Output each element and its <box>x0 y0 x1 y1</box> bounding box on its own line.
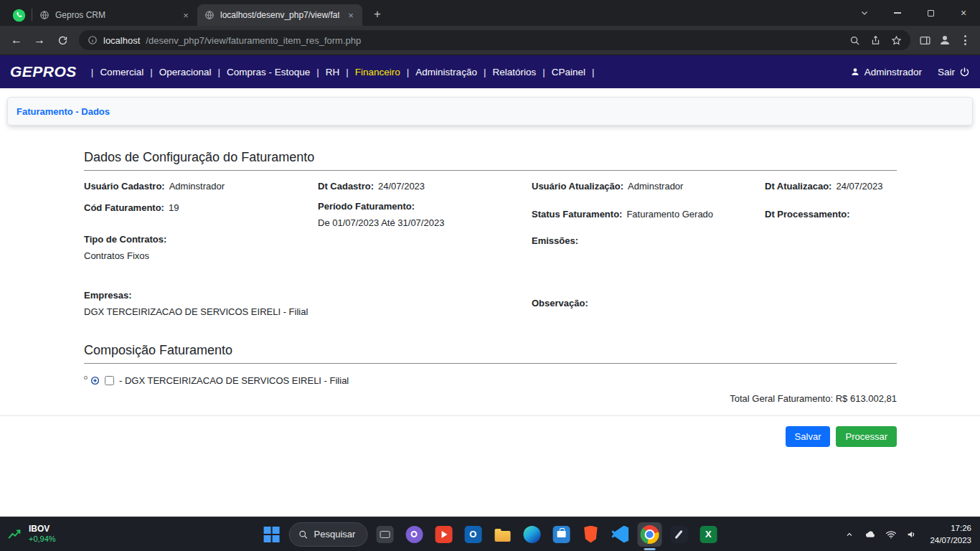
field-value: Adminstrador <box>169 181 225 192</box>
menu-item-compras-estoque[interactable]: Compras - Estoque <box>227 67 310 77</box>
desktop-app-icon[interactable] <box>372 522 397 547</box>
composition-tree-item: - DGX TERCEIRIZACAO DE SERVICOS EIRELI -… <box>84 375 897 386</box>
minimize-button[interactable] <box>881 0 914 26</box>
taskbar-clock[interactable]: 17:26 24/07/2023 <box>930 522 976 545</box>
ticker-change: +0,94% <box>29 534 56 545</box>
excel-icon[interactable]: X <box>696 522 720 547</box>
media-app-icon[interactable] <box>431 522 456 547</box>
window-controls: × <box>848 0 980 26</box>
pinned-tab-whatsapp[interactable] <box>6 4 32 26</box>
menu-item-rh[interactable]: RH <box>326 67 340 77</box>
site-info-icon[interactable] <box>88 35 98 45</box>
chrome-logo-icon <box>640 525 659 544</box>
zoom-indicator-icon[interactable] <box>849 35 860 46</box>
vscode-icon[interactable] <box>608 522 632 547</box>
whatsapp-icon <box>12 9 26 22</box>
bookmark-star-icon[interactable] <box>891 35 902 46</box>
toolbar-right <box>916 34 974 47</box>
actions-area: Salvar Processar <box>0 426 980 447</box>
field-label: Emissões: <box>532 235 578 246</box>
microsoft-store-icon[interactable] <box>549 522 573 547</box>
field-label: Dt Cadastro: <box>318 181 374 192</box>
expand-plus-icon[interactable] <box>90 376 100 385</box>
edge-logo-icon <box>523 526 540 543</box>
chrome-icon[interactable] <box>637 522 661 547</box>
maximize-button[interactable] <box>914 0 947 26</box>
tray-chevron-up-icon[interactable] <box>841 523 858 546</box>
page-content: Dados de Configuração do Faturamento Usu… <box>0 150 980 404</box>
pen-icon <box>670 526 687 543</box>
field-label: Status Faturamento: <box>532 209 622 220</box>
file-explorer-icon[interactable] <box>490 522 514 547</box>
breadcrumb-link[interactable]: Faturamento - Dados <box>17 106 110 117</box>
onedrive-cloud-icon[interactable] <box>862 523 879 546</box>
tab-title: localhost/desenv_php7/view/fatu <box>220 10 339 20</box>
field-label: Cód Faturamento: <box>84 202 164 213</box>
globe-favicon-icon <box>39 10 50 20</box>
back-button[interactable]: ← <box>6 29 27 51</box>
menu-item-relatorios[interactable]: Relatórios <box>492 67 536 77</box>
minimize-icon <box>894 12 901 14</box>
menu-separator: | <box>542 67 545 77</box>
menu-item-operacional[interactable]: Operacional <box>159 67 212 77</box>
new-tab-button[interactable]: + <box>368 5 387 24</box>
side-panel-icon[interactable] <box>919 34 931 47</box>
wifi-icon[interactable] <box>882 523 900 546</box>
field-value: De 01/07/2023 Até 31/07/2023 <box>318 217 532 228</box>
total-line: Total Geral Faturamento: R$ 613.002,81 <box>84 393 897 404</box>
forward-button[interactable]: → <box>29 29 50 51</box>
menu-item-financeiro[interactable]: Financeiro <box>355 67 400 77</box>
field-value: Adminstrador <box>628 181 683 192</box>
company-checkbox[interactable] <box>105 376 114 385</box>
outlook-icon[interactable]: O <box>461 522 485 547</box>
section-title-config: Dados de Configuração do Faturamento <box>84 150 897 171</box>
tab-search-chevron-icon[interactable] <box>848 0 881 26</box>
close-window-button[interactable]: × <box>947 0 980 26</box>
pen-app-icon[interactable] <box>666 522 691 547</box>
tab-close-icon[interactable]: × <box>345 9 357 21</box>
field-label: Tipo de Contratos: <box>84 234 314 245</box>
menu-item-administracao[interactable]: Administração <box>415 67 477 77</box>
reload-button[interactable] <box>52 29 73 51</box>
start-button[interactable] <box>260 522 284 547</box>
tab-gepros-crm[interactable]: Gepros CRM × <box>32 4 197 26</box>
menu-item-cpainel[interactable]: CPainel <box>552 67 585 77</box>
field-value: Faturamento Gerado <box>626 209 713 220</box>
stocks-widget[interactable]: IBOV +0,94% <box>7 517 56 551</box>
browser-menu-icon[interactable] <box>958 35 971 45</box>
tab-close-icon[interactable]: × <box>180 9 192 21</box>
tab-localhost-active[interactable]: localhost/desenv_php7/view/fatu × <box>197 4 362 26</box>
process-button[interactable]: Processar <box>836 426 897 447</box>
brave-icon[interactable] <box>578 522 603 547</box>
browser-tabstrip: Gepros CRM × localhost/desenv_php7/view/… <box>0 0 980 26</box>
edge-icon[interactable] <box>519 522 544 547</box>
user-menu[interactable]: Adminstrador <box>850 67 922 77</box>
profile-avatar-icon[interactable] <box>938 34 951 47</box>
taskbar-search[interactable]: Pesquisar <box>289 522 368 547</box>
field-dt-cadastro: Dt Cadastro:24/07/2023 <box>318 179 532 192</box>
field-value: 19 <box>169 202 179 213</box>
purple-app-icon[interactable] <box>402 522 426 547</box>
user-icon <box>850 67 860 77</box>
address-bar[interactable]: localhost/desenv_php7/view/faturamento_i… <box>79 30 910 50</box>
gepros-logo[interactable]: GEPROS <box>10 63 77 80</box>
save-button[interactable]: Salvar <box>786 426 831 447</box>
volume-icon[interactable] <box>903 523 920 546</box>
menu-separator: | <box>346 67 349 77</box>
menu-item-comercial[interactable]: Comercial <box>100 67 143 77</box>
field-empresas: Empresas: DGX TERCEIRIZACAO DE SERVICOS … <box>84 290 318 317</box>
form-row: Tipo de Contratos: Contratos Fixos Emiss… <box>84 234 897 290</box>
field-label: Observação: <box>532 298 588 309</box>
search-label: Pesquisar <box>314 529 356 540</box>
logout-label: Sair <box>938 67 955 77</box>
actions-row: Salvar Processar <box>84 426 897 447</box>
ticker-symbol: IBOV <box>29 524 56 534</box>
outlook-logo-icon: O <box>464 526 481 543</box>
share-icon[interactable] <box>870 35 881 46</box>
appbar-right: Adminstrador Sair <box>850 67 970 77</box>
browser-toolbar: ← → localhost/desenv_php7/view/faturamen… <box>0 26 980 55</box>
field-tipo-contratos: Tipo de Contratos: Contratos Fixos <box>84 234 318 261</box>
field-cod-faturamento: Cód Faturamento:19 <box>84 201 318 214</box>
url-host: localhost <box>103 35 140 46</box>
logout-button[interactable]: Sair <box>938 67 970 77</box>
